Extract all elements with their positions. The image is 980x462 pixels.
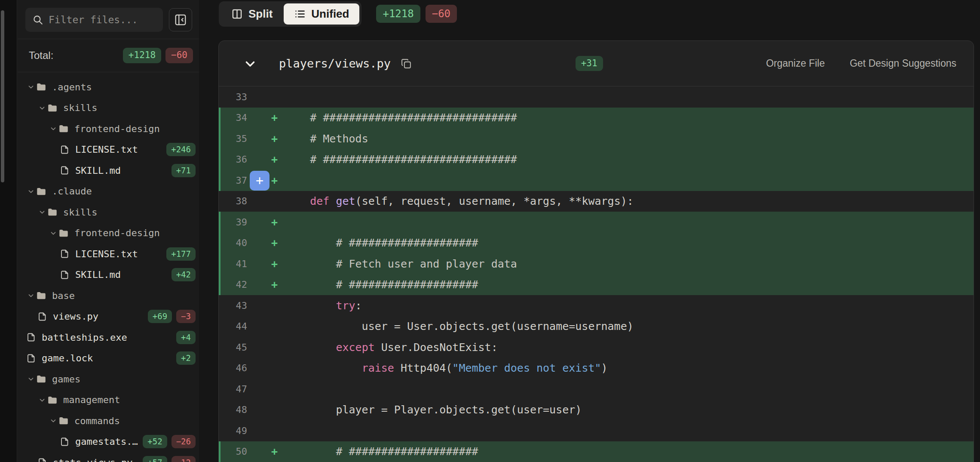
code-line-43: 43 try: <box>219 295 974 316</box>
file-icon <box>26 353 37 363</box>
line-number: 36 <box>220 154 247 165</box>
diff-toolbar: Split Unified +1218 −60 <box>219 0 980 28</box>
tree-item-.agents[interactable]: .agents <box>18 77 199 98</box>
tree-item-label: game.lock <box>42 353 93 363</box>
split-label: Split <box>248 7 273 21</box>
unified-view-button[interactable]: Unified <box>284 3 359 25</box>
tree-item-label: frontend-design <box>74 123 160 134</box>
tree-item-battleships.exe[interactable]: battleships.exe+4 <box>18 327 199 348</box>
line-number: 41 <box>220 259 247 269</box>
chevron-down-icon[interactable] <box>49 125 58 132</box>
chevron-down-icon[interactable] <box>49 229 58 237</box>
chevron-down-icon[interactable] <box>26 292 36 299</box>
code-line-33: 33 <box>219 86 974 108</box>
file-icon <box>60 249 70 259</box>
file-additions-badge: +4 <box>176 331 196 344</box>
file-deletions-badge: −12 <box>172 456 196 462</box>
tree-item-commands[interactable]: commands <box>18 410 199 431</box>
code-line-39: 39+ <box>219 212 974 233</box>
file-diff-header: players/views.py +31 Organize File Get D… <box>219 41 974 86</box>
filter-files-input[interactable] <box>49 14 156 25</box>
code-line-42: 42+ # #################### <box>219 274 974 296</box>
diff-marker: + <box>271 174 284 187</box>
tree-item-management[interactable]: management <box>18 390 199 411</box>
code-line-44: 44 user = User.objects.get(username=user… <box>219 316 974 337</box>
line-number: 34 <box>220 112 247 123</box>
get-design-suggestions-button[interactable]: Get Design Suggestions <box>850 58 956 69</box>
chevron-down-icon[interactable] <box>37 208 47 216</box>
tree-item-label: games <box>52 374 80 385</box>
tree-item-LICENSE.txt[interactable]: LICENSE.txt+177 <box>18 243 199 265</box>
file-icon <box>37 311 48 322</box>
total-additions-badge: +1218 <box>123 48 161 63</box>
code-text: # Fetch user and player data <box>284 258 517 270</box>
tree-item-views.py[interactable]: views.py+69−3 <box>18 306 199 327</box>
chevron-down-icon[interactable] <box>37 396 47 404</box>
file-icon <box>37 457 48 462</box>
code-text: # ############################## <box>284 111 517 124</box>
collapse-sidebar-button[interactable] <box>169 8 192 31</box>
add-comment-button[interactable]: + <box>250 171 270 191</box>
line-number: 35 <box>220 133 247 144</box>
code-line-34: 34+ # ############################## <box>219 108 974 129</box>
tree-item-LICENSE.txt[interactable]: LICENSE.txt+246 <box>18 139 199 160</box>
organize-file-button[interactable]: Organize File <box>766 58 825 69</box>
tree-item-label: battleships.exe <box>42 332 127 343</box>
code-line-37: 37++ <box>219 170 974 191</box>
file-icon <box>60 145 70 155</box>
folder-icon <box>58 228 69 239</box>
file-tree: .agentsskillsfrontend-designLICENSE.txt+… <box>18 72 199 462</box>
tree-item-label: base <box>52 290 75 301</box>
tree-item-frontend-design[interactable]: frontend-design <box>18 118 199 139</box>
tree-item-SKILL.md[interactable]: SKILL.md+42 <box>18 265 199 286</box>
code-line-46: 46 raise Http404("Member does not exist"… <box>219 358 974 379</box>
code-text: def get(self, request, username, *args, … <box>284 195 634 207</box>
chevron-down-icon <box>243 56 257 71</box>
tree-item-base[interactable]: base <box>18 285 199 306</box>
file-additions-badge: +177 <box>166 247 196 261</box>
tree-item-SKILL.md[interactable]: SKILL.md+71 <box>18 160 199 181</box>
tree-item-skills[interactable]: skills <box>18 98 199 119</box>
copy-file-path-button[interactable] <box>400 58 412 70</box>
file-deletions-badge: −3 <box>176 310 196 323</box>
tree-item-label: stats_views.py <box>53 457 132 462</box>
tree-item-frontend-design[interactable]: frontend-design <box>18 223 199 244</box>
filter-files-box[interactable] <box>25 8 163 32</box>
tree-item-gamestats.-[interactable]: gamestats.…+52−26 <box>18 431 199 453</box>
split-view-button[interactable]: Split <box>221 3 283 25</box>
tree-item-game.lock[interactable]: game.lock+2 <box>18 348 199 369</box>
search-icon <box>32 14 43 25</box>
page-scrollbar-thumb[interactable] <box>1 10 4 182</box>
chevron-down-icon[interactable] <box>37 104 47 112</box>
folder-icon <box>36 373 47 385</box>
tree-item-label: skills <box>63 207 97 218</box>
line-number: 43 <box>220 300 247 311</box>
columns-icon <box>231 8 243 20</box>
tree-item-stats-views.py[interactable]: stats_views.py+57−12 <box>18 452 199 462</box>
file-additions-badge: +71 <box>172 164 196 177</box>
chevron-down-icon[interactable] <box>26 375 36 383</box>
copy-icon <box>400 58 412 70</box>
file-tree-sidebar: Total: +1218 −60 .agentsskillsfrontend-d… <box>18 0 199 462</box>
chevron-down-icon[interactable] <box>26 188 36 195</box>
diff-marker: + <box>271 111 284 124</box>
line-number: 48 <box>220 404 247 415</box>
code-text: # #################### <box>284 278 478 291</box>
file-icon <box>60 270 70 280</box>
code-line-40: 40+ # #################### <box>219 233 974 254</box>
file-additions-badge: +2 <box>176 351 196 365</box>
tree-item-.claude[interactable]: .claude <box>18 181 199 202</box>
tree-item-skills[interactable]: skills <box>18 202 199 223</box>
code-text: try: <box>284 299 362 312</box>
line-number: 45 <box>220 342 247 353</box>
diff-marker: + <box>271 153 284 166</box>
chevron-down-icon[interactable] <box>49 417 58 425</box>
tree-item-label: .claude <box>52 186 92 197</box>
tree-item-label: views.py <box>53 311 98 322</box>
diff-marker: + <box>271 237 284 249</box>
collapse-file-button[interactable] <box>243 56 257 71</box>
folder-icon <box>36 290 47 301</box>
tree-item-games[interactable]: games <box>18 369 199 390</box>
chevron-down-icon[interactable] <box>26 83 36 91</box>
diff-marker: + <box>271 132 284 145</box>
